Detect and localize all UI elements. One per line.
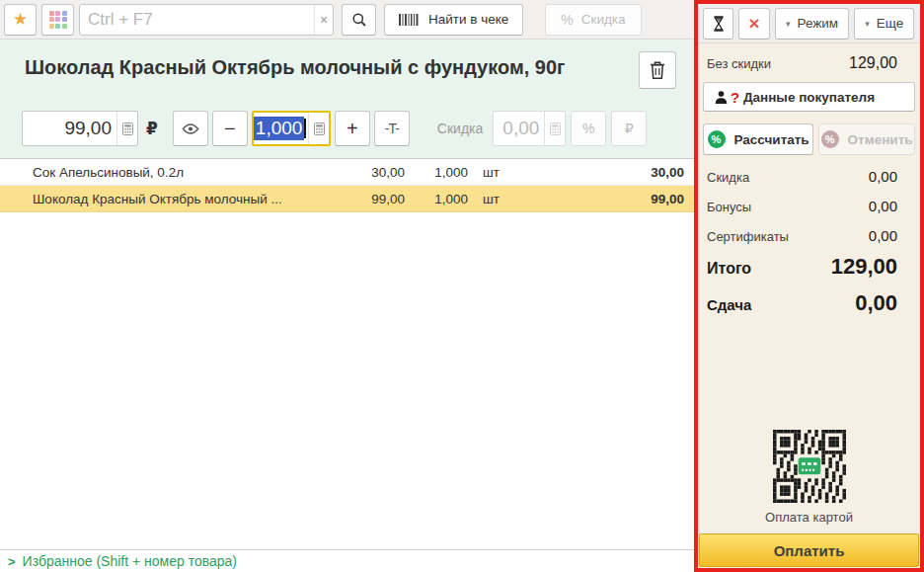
- calculate-discounts-button[interactable]: % Рассчитать: [703, 123, 813, 155]
- change-row: Сдача 0,00: [698, 290, 920, 316]
- card-payment-label: Оплата картой: [765, 510, 853, 525]
- person-icon: [714, 90, 729, 105]
- item-quantity: 1,000: [405, 192, 468, 206]
- no-discount-label: Без скидки: [707, 56, 771, 71]
- discount-actions-row: % Рассчитать % Отменить: [703, 123, 915, 155]
- panel-body: Без скидки 129,00 ? Данные покупателя % …: [698, 43, 920, 568]
- qr-code: [773, 430, 846, 503]
- text-input-icon: -T-: [385, 121, 399, 136]
- price-value: 99,00: [23, 112, 116, 145]
- item-unit: шт: [468, 192, 523, 206]
- mode-dropdown[interactable]: ▾ Режим: [775, 8, 849, 40]
- line-discount-field[interactable]: 0,00: [493, 111, 566, 146]
- price-field[interactable]: 99,00: [22, 111, 138, 146]
- chevron-right-icon: >: [8, 554, 16, 569]
- postpone-receipt-button[interactable]: [703, 8, 733, 40]
- quantity-calculator-icon[interactable]: [308, 113, 328, 144]
- eye-icon: [182, 123, 199, 135]
- percent-gray-icon: %: [821, 130, 839, 148]
- card-icon: [798, 457, 820, 474]
- item-price: 30,00: [326, 165, 405, 180]
- text-caret: [304, 119, 306, 138]
- chevron-down-icon: ▾: [865, 19, 870, 29]
- receipt-items-list: Сок Апельсиновый, 0.2л 30,00 1,000 шт 30…: [0, 158, 694, 549]
- plus-icon: +: [346, 118, 358, 140]
- product-title: Шоколад Красный Октябрь молочный с фунду…: [25, 56, 607, 79]
- clear-search-icon[interactable]: ×: [314, 5, 333, 35]
- price-calculator-icon[interactable]: [116, 112, 137, 145]
- star-icon: ★: [13, 9, 28, 30]
- search-field-group: ×: [79, 4, 334, 36]
- item-name: Сок Апельсиновый, 0.2л: [0, 165, 326, 180]
- total-row: Итого 129,00: [698, 254, 920, 280]
- search-input[interactable]: [80, 5, 314, 35]
- no-discount-row: Без скидки 129,00: [698, 54, 920, 72]
- find-in-receipt-label: Найти в чеке: [428, 12, 508, 27]
- line-discount-label: Скидка: [437, 121, 483, 136]
- item-price: 99,00: [326, 192, 405, 206]
- increase-quantity-button[interactable]: +: [335, 111, 370, 146]
- pay-button-label: Оплатить: [774, 542, 845, 559]
- find-in-receipt-button[interactable]: Найти в чеке: [384, 4, 523, 36]
- list-item[interactable]: Сок Апельсиновый, 0.2л 30,00 1,000 шт 30…: [0, 159, 694, 186]
- discount-percent-button[interactable]: %: [571, 111, 606, 146]
- view-item-button[interactable]: [173, 111, 208, 146]
- grid-icon: [49, 11, 67, 29]
- percent-green-icon: %: [708, 130, 726, 148]
- discount-calculator-icon: [544, 112, 565, 145]
- percent-icon: %: [561, 12, 573, 28]
- warning-question-icon: ?: [731, 89, 739, 106]
- free-price-button[interactable]: -T-: [374, 111, 410, 146]
- item-name: Шоколад Красный Октябрь молочный ...: [0, 192, 326, 206]
- chevron-down-icon: ▾: [786, 19, 791, 29]
- no-discount-value: 129,00: [849, 54, 897, 72]
- item-unit: шт: [468, 165, 523, 180]
- discount-button[interactable]: % Скидка: [545, 4, 641, 36]
- total-value: 129,00: [831, 254, 897, 280]
- close-icon: ×: [748, 13, 759, 35]
- barcode-icon: [399, 14, 420, 26]
- more-label: Еще: [877, 16, 903, 31]
- search-icon: [351, 12, 367, 28]
- summary-row-bonuses: Бонусы 0,00: [698, 198, 920, 214]
- favorites-expander[interactable]: > Избранное (Shift + номер товара): [0, 549, 694, 572]
- item-controls: 99,00 ₽ − 1,000 + -: [22, 110, 647, 147]
- customer-data-button[interactable]: ? Данные покупателя: [703, 82, 915, 112]
- list-item-selected[interactable]: Шоколад Красный Октябрь молочный ... 99,…: [0, 186, 694, 212]
- change-label: Сдача: [707, 296, 751, 313]
- calculate-label: Рассчитать: [734, 132, 809, 147]
- line-discount-value: 0,00: [494, 112, 544, 145]
- cancel-label: Отменить: [848, 132, 913, 147]
- quantity-value: 1,000: [254, 117, 305, 140]
- favorites-label: Избранное (Shift + номер товара): [23, 553, 237, 569]
- decrease-quantity-button[interactable]: −: [212, 111, 248, 146]
- discount-button-label: Скидка: [581, 12, 626, 27]
- search-button[interactable]: [342, 4, 376, 36]
- more-dropdown[interactable]: ▾ Еще: [854, 8, 914, 40]
- trash-icon: [649, 60, 666, 80]
- quick-goods-button[interactable]: [41, 4, 74, 36]
- item-total: 30,00: [523, 165, 694, 180]
- item-total: 99,00: [523, 192, 694, 206]
- item-quantity: 1,000: [405, 165, 468, 180]
- minus-icon: −: [224, 118, 236, 140]
- hourglass-icon: [712, 16, 726, 32]
- favorites-button[interactable]: ★: [4, 4, 37, 36]
- payment-panel: × ▾ Режим ▾ Еще Без скидки 129,00 ? Данн…: [694, 0, 924, 572]
- summary-row-discount: Скидка 0,00: [698, 168, 920, 185]
- top-toolbar: ★ × Найти в чеке % Скидка: [0, 0, 694, 40]
- cancel-discounts-button[interactable]: % Отменить: [818, 123, 915, 155]
- summary-rows: Скидка 0,00 Бонусы 0,00 Сертификаты 0,00: [698, 155, 920, 244]
- quantity-field[interactable]: 1,000: [252, 111, 331, 146]
- total-label: Итого: [707, 260, 751, 278]
- pay-button[interactable]: Оплатить: [699, 533, 919, 567]
- card-payment-block: Оплата картой: [698, 430, 920, 533]
- mode-label: Режим: [798, 16, 839, 31]
- cancel-receipt-button[interactable]: ×: [738, 8, 770, 40]
- discount-ruble-button[interactable]: ₽: [611, 111, 647, 146]
- currency-symbol: ₽: [146, 119, 158, 139]
- delete-item-button[interactable]: [639, 51, 676, 89]
- customer-data-label: Данные покупателя: [743, 90, 875, 105]
- panel-toolbar: × ▾ Режим ▾ Еще: [698, 4, 920, 43]
- current-item-panel: Шоколад Красный Октябрь молочный с фунду…: [0, 40, 694, 158]
